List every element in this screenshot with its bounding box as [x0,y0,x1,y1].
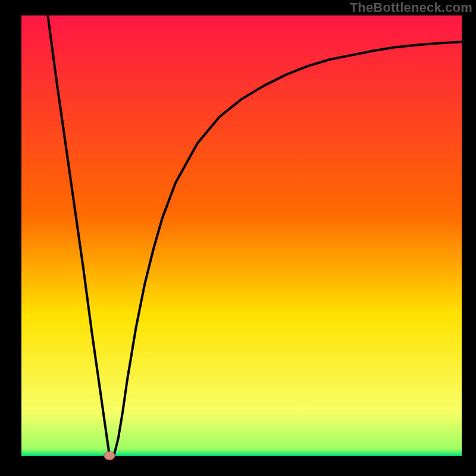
bottleneck-chart [0,0,476,476]
optimal-point-marker [104,452,115,460]
plot-background [21,15,462,456]
chart-container: TheBottleneck.com [0,0,476,476]
watermark-text: TheBottleneck.com [350,0,472,15]
